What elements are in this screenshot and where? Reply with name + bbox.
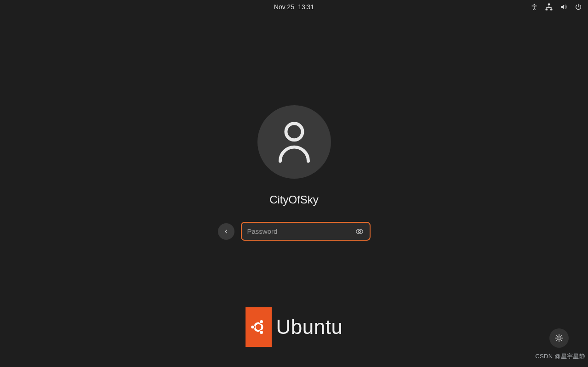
svg-point-6 (255, 323, 263, 331)
login-panel: CityOfSky (202, 105, 386, 241)
ubuntu-brand: Ubuntu (245, 307, 343, 347)
gear-icon (554, 333, 564, 343)
network-wired-icon[interactable] (545, 3, 553, 11)
session-settings-button[interactable] (549, 328, 569, 348)
svg-rect-3 (550, 9, 553, 11)
clock[interactable]: Nov 25 13:31 (274, 3, 314, 11)
user-avatar (257, 105, 331, 179)
svg-point-0 (534, 4, 535, 5)
watermark-text: CSDN @星宇星静 (535, 352, 585, 361)
back-button[interactable] (218, 223, 234, 240)
reveal-password-button[interactable] (355, 227, 364, 236)
password-input[interactable] (247, 227, 355, 235)
svg-rect-2 (546, 9, 548, 11)
username-label: CityOfSky (269, 193, 319, 206)
power-icon[interactable] (574, 3, 582, 11)
volume-icon[interactable] (559, 3, 568, 11)
time-label: 13:31 (298, 3, 314, 11)
svg-point-9 (260, 331, 263, 334)
chevron-left-icon (223, 229, 229, 234)
top-bar: Nov 25 13:31 (0, 0, 588, 14)
svg-point-7 (251, 325, 254, 329)
password-field-wrapper (241, 222, 371, 241)
svg-rect-1 (548, 4, 550, 6)
ubuntu-logo-icon (245, 307, 272, 347)
date-label: Nov 25 (274, 3, 294, 11)
password-row (218, 222, 371, 241)
system-tray (530, 0, 582, 14)
svg-point-8 (260, 320, 263, 323)
accessibility-icon[interactable] (530, 3, 538, 11)
ubuntu-wordmark: Ubuntu (276, 316, 343, 339)
svg-point-4 (285, 124, 302, 140)
svg-point-5 (358, 230, 360, 232)
eye-icon (355, 227, 364, 236)
svg-point-10 (558, 337, 560, 339)
